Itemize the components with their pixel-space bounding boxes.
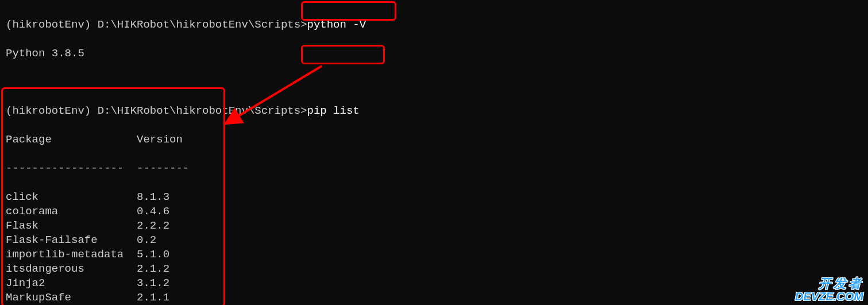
table-row: Flask-Failsafe 0.2 [6,233,862,248]
table-row: Jinja2 3.1.2 [6,276,862,291]
venv-name: (hikrobotEnv) [6,105,98,117]
package-version: 0.2 [137,233,156,248]
command-pip-list: pip list [307,105,360,117]
package-name: click [6,190,130,204]
command-python-version: python -V [307,18,367,31]
table-row: itsdangerous 2.1.2 [6,262,862,276]
divider-version: -------- [137,161,189,176]
package-name: Flask [6,219,130,233]
package-version: 5.1.0 [137,248,169,262]
terminal-output[interactable]: (hikrobotEnv) D:\HIKRobot\hikrobotEnv\Sc… [0,0,868,305]
package-version: 0.4.6 [137,204,169,219]
table-row: colorama 0.4.6 [6,204,862,219]
package-name: importlib-metadata [6,248,130,262]
package-version: 2.2.2 [137,219,169,233]
table-row: click 8.1.3 [6,190,862,204]
package-name: colorama [6,204,130,219]
blank-line [6,75,862,90]
package-version: 8.1.3 [137,190,169,204]
package-name: MarkupSafe [6,291,130,305]
package-version: 2.1.1 [137,291,169,305]
table-row: Flask 2.2.2 [6,219,862,233]
python-version-output: Python 3.8.5 [6,47,862,61]
prompt-line-1: (hikrobotEnv) D:\HIKRobot\hikrobotEnv\Sc… [6,18,862,32]
pip-list-divider: ------------------ -------- [6,161,862,176]
divider-package: ------------------ [6,161,130,176]
table-row: importlib-metadata 5.1.0 [6,248,862,262]
package-version: 3.1.2 [137,276,169,291]
header-version: Version [137,133,183,147]
cwd-path: D:\HIKRobot\hikrobotEnv\Scripts> [98,18,307,31]
watermark: 开发者 DEVZE.COM [795,277,863,303]
pip-list-header: Package Version [6,133,862,147]
package-version: 2.1.2 [137,262,169,276]
table-row: MarkupSafe 2.1.1 [6,291,862,305]
package-name: Flask-Failsafe [6,233,130,248]
header-package: Package [6,133,130,147]
package-name: itsdangerous [6,262,130,276]
package-name: Jinja2 [6,276,130,291]
cwd-path: D:\HIKRobot\hikrobotEnv\Scripts> [98,105,307,117]
prompt-line-2: (hikrobotEnv) D:\HIKRobot\hikrobotEnv\Sc… [6,104,862,118]
venv-name: (hikrobotEnv) [6,18,98,31]
watermark-cn: 开发者 [795,277,863,290]
watermark-en: DEVZE.COM [795,290,863,303]
